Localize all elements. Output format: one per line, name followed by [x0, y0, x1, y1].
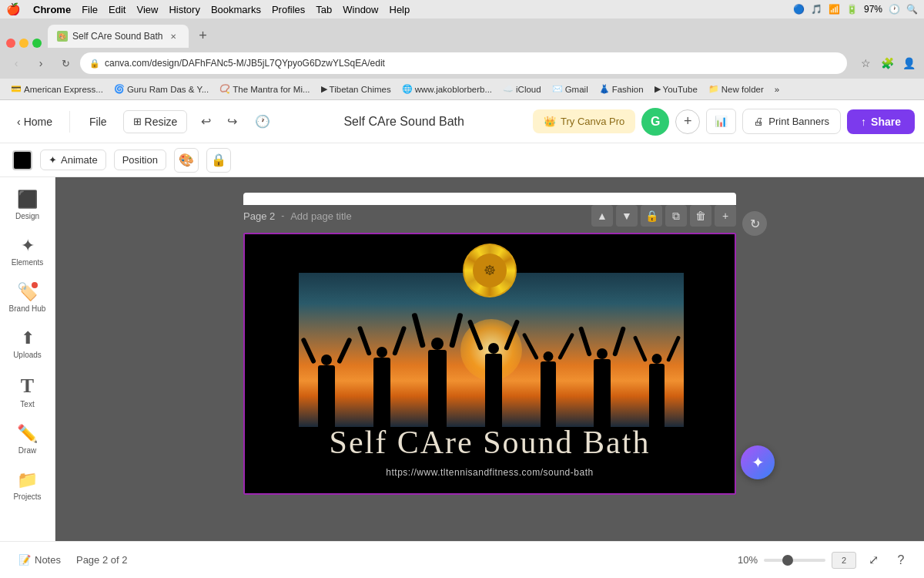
- bookmark-icloud[interactable]: ☁️ iCloud: [498, 82, 546, 96]
- sidebar-item-text[interactable]: T Text: [3, 368, 52, 415]
- sidebar-text-label: Text: [20, 400, 34, 408]
- notes-btn[interactable]: 📝 Notes: [12, 551, 67, 569]
- sidebar-brand-hub-label: Brand Hub: [9, 304, 46, 313]
- sidebar-item-design[interactable]: ⬛ Design: [3, 183, 52, 227]
- menu-help[interactable]: Help: [390, 4, 410, 15]
- sidebar-item-draw[interactable]: ✏️ Draw: [3, 418, 52, 461]
- page-copy-btn[interactable]: ⧉: [665, 205, 687, 227]
- zoom-slider[interactable]: [764, 559, 825, 562]
- file-btn[interactable]: File: [79, 110, 117, 133]
- canvas-design-url[interactable]: https://www.tltennisandfitness.com/sound…: [245, 467, 735, 478]
- canvas-design-title[interactable]: Self CAre Sound Bath: [245, 424, 735, 461]
- page-up-btn[interactable]: ▲: [591, 205, 613, 227]
- forward-btn[interactable]: ›: [31, 53, 51, 73]
- page-lock-btn[interactable]: 🔒: [641, 205, 662, 227]
- sidebar-item-uploads[interactable]: ⬆ Uploads: [3, 322, 52, 365]
- color-swatch[interactable]: [12, 150, 32, 170]
- help-btn[interactable]: ?: [890, 549, 912, 571]
- lock-icon: 🔒: [89, 59, 100, 69]
- menu-chrome[interactable]: Chrome: [33, 4, 71, 15]
- profile-icon[interactable]: 👤: [899, 54, 918, 72]
- sidebar-item-projects[interactable]: 📁 Projects: [3, 464, 52, 507]
- analytics-btn[interactable]: 📊: [706, 109, 736, 134]
- page-add-btn[interactable]: +: [715, 205, 736, 227]
- expand-btn[interactable]: ⤢: [862, 549, 884, 571]
- reload-btn[interactable]: ↻: [55, 53, 75, 73]
- zoom-slider-thumb[interactable]: [782, 555, 793, 566]
- sidebar-item-brand-hub[interactable]: 🏷️ Brand Hub: [3, 276, 52, 319]
- menu-view[interactable]: View: [136, 4, 158, 15]
- share-btn[interactable]: ↑ Share: [847, 109, 915, 134]
- page-add-title[interactable]: Add page title: [290, 210, 352, 222]
- canvas-refresh-btn[interactable]: ↻: [742, 211, 767, 236]
- sidebar-item-elements[interactable]: ✦ Elements: [3, 230, 52, 273]
- logo-circle: ☸: [464, 245, 515, 296]
- undo-redo-group: ↩ ↪: [193, 109, 244, 134]
- bookmark-newfolder[interactable]: 📁 New folder: [704, 82, 768, 96]
- bookmark-mantra[interactable]: 📿 The Mantra for Mi...: [215, 82, 314, 96]
- bm-icon-icloud: ☁️: [503, 84, 514, 94]
- page-controls: ▲ ▼ 🔒 ⧉ 🗑 +: [591, 205, 736, 227]
- active-tab[interactable]: 🎨 Self CAre Sound Bath ✕: [48, 25, 189, 48]
- menu-history[interactable]: History: [169, 4, 199, 15]
- bottom-bar: 📝 Notes Page 2 of 2 10% 2 ⤢ ?: [0, 541, 924, 578]
- window-maximize-btn[interactable]: [32, 39, 42, 48]
- print-banners-btn[interactable]: 🖨 Print Banners: [742, 109, 841, 134]
- bookmark-star-icon[interactable]: ☆: [856, 54, 875, 72]
- address-input[interactable]: 🔒 canva.com/design/DAFhFANc5-M/JB5jL7QYp…: [80, 52, 847, 74]
- bm-icon-jakob: 🌐: [402, 84, 413, 94]
- bm-icon-guru: 🌀: [114, 84, 125, 94]
- bookmark-tibetan[interactable]: ▶ Tibetan Chimes: [316, 82, 396, 96]
- history-btn[interactable]: 🕐: [250, 109, 275, 134]
- bookmark-youtube[interactable]: ▶ YouTube: [650, 82, 702, 96]
- menu-edit[interactable]: Edit: [109, 4, 126, 15]
- bookmark-jakob[interactable]: 🌐 www.jakoblorberb...: [397, 82, 497, 96]
- page-indicator: Page 2 of 2: [76, 554, 128, 566]
- bookmark-gmail[interactable]: ✉️ Gmail: [547, 82, 593, 96]
- undo-btn[interactable]: ↩: [193, 109, 218, 134]
- lock-btn[interactable]: 🔒: [206, 148, 231, 173]
- window-minimize-btn[interactable]: [19, 39, 28, 48]
- address-right-icons: ☆ 🧩 👤: [856, 54, 918, 72]
- resize-btn[interactable]: ⊞ Resize: [123, 110, 188, 133]
- bookmark-amex[interactable]: 💳 American Express...: [6, 82, 108, 96]
- bm-icon-amex: 💳: [11, 84, 22, 94]
- design-canvas[interactable]: ☸: [243, 233, 736, 495]
- page-delete-btn[interactable]: 🗑: [690, 205, 711, 227]
- design-icon: ⬛: [17, 190, 38, 210]
- sidebar-uploads-label: Uploads: [13, 351, 42, 359]
- menu-window[interactable]: Window: [343, 4, 378, 15]
- bookmark-fashion[interactable]: 👗 Fashion: [594, 82, 648, 96]
- redo-btn[interactable]: ↪: [219, 109, 244, 134]
- canvas-area[interactable]: Page 2 - Add page title ▲ ▼ 🔒 ⧉ 🗑 +: [55, 177, 924, 541]
- menu-tab[interactable]: Tab: [316, 4, 332, 15]
- canva-doc-title[interactable]: Self CAre Sound Bath: [281, 115, 527, 129]
- bm-icon-youtube: ▶: [654, 84, 661, 94]
- page-thumbnail[interactable]: 2: [832, 552, 856, 569]
- apple-logo[interactable]: 🍎: [6, 2, 21, 16]
- tab-close-btn[interactable]: ✕: [167, 30, 179, 42]
- canva-toolbar: ‹ Home File ⊞ Resize ↩ ↪ 🕐 Self CAre Sou…: [0, 100, 924, 143]
- window-close-btn[interactable]: [6, 39, 15, 48]
- uploads-icon: ⬆: [21, 328, 35, 348]
- position-btn[interactable]: Position: [114, 150, 166, 170]
- animate-btn[interactable]: ✦ Animate: [40, 150, 106, 170]
- bm-label-icloud: iCloud: [516, 85, 541, 94]
- menu-file[interactable]: File: [82, 4, 98, 15]
- try-pro-btn[interactable]: 👑 Try Canva Pro: [533, 109, 635, 133]
- ai-magic-btn[interactable]: ✦: [741, 445, 775, 479]
- paint-bucket-btn[interactable]: 🎨: [174, 148, 199, 173]
- extensions-icon[interactable]: 🧩: [878, 54, 896, 72]
- bookmark-guru[interactable]: 🌀 Guru Ram Das & Y...: [109, 82, 213, 96]
- add-collaborator-btn[interactable]: +: [675, 109, 700, 134]
- menu-profiles[interactable]: Profiles: [272, 4, 305, 15]
- crown-icon: 👑: [544, 116, 556, 127]
- page-down-btn[interactable]: ▼: [616, 205, 638, 227]
- new-tab-btn[interactable]: +: [192, 25, 213, 46]
- bookmark-more[interactable]: »: [770, 83, 784, 96]
- home-btn[interactable]: ‹ Home: [9, 111, 60, 133]
- try-pro-label: Try Canva Pro: [561, 116, 624, 127]
- menu-bookmarks[interactable]: Bookmarks: [211, 4, 261, 15]
- user-avatar[interactable]: G: [641, 108, 669, 136]
- back-btn[interactable]: ‹: [6, 53, 26, 73]
